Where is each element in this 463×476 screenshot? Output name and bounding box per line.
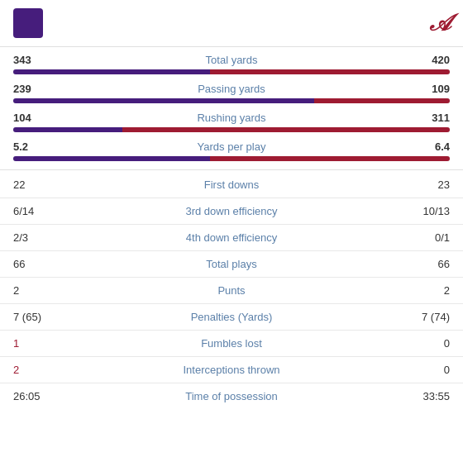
bar-track <box>13 127 450 132</box>
text-right-val: 0 <box>392 364 450 376</box>
text-label: Fumbles lost <box>71 337 392 350</box>
bar-container <box>0 126 463 137</box>
text-label: 4th down efficiency <box>71 231 392 244</box>
divider <box>0 198 463 198</box>
bar-track <box>13 156 450 161</box>
text-right-val: 23 <box>392 178 450 191</box>
bar-right-val: 311 <box>400 112 450 124</box>
header: 𝒜 <box>0 0 463 47</box>
text-left-val: 6/14 <box>13 205 71 217</box>
text-left-val: 1 <box>13 337 71 350</box>
bar-left <box>13 69 210 74</box>
bar-right <box>122 127 450 132</box>
bar-stat-row: 104 Rushing yards 311 <box>0 108 463 126</box>
bar-track <box>13 98 450 103</box>
text-label: Punts <box>71 284 392 297</box>
text-stat-row: 26:05 Time of possession 33:55 <box>0 385 463 407</box>
bar-stat-row: 239 Passing yards 109 <box>0 79 463 97</box>
text-label: Time of possession <box>71 390 392 402</box>
text-label: Total plays <box>71 258 392 270</box>
bar-right-val: 109 <box>400 83 450 95</box>
text-left-val: 66 <box>13 258 71 270</box>
text-label: Penalties (Yards) <box>71 311 392 323</box>
text-left-val: 7 (65) <box>13 311 71 323</box>
text-stat-row: 22 First downs 23 <box>0 174 463 196</box>
bar-right-val: 6.4 <box>400 140 450 153</box>
text-stat-row: 2 Punts 2 <box>0 279 463 302</box>
bar-stat-row: 343 Total yards 420 <box>0 50 463 68</box>
text-stat-row: 6/14 3rd down efficiency 10/13 <box>0 200 463 222</box>
bar-label: Rushing yards <box>63 112 400 124</box>
divider <box>0 303 463 304</box>
bar-left <box>13 98 314 103</box>
text-right-val: 0 <box>392 337 450 350</box>
bar-left-val: 239 <box>13 83 63 95</box>
divider <box>0 224 463 225</box>
text-stat-row: 1 Fumbles lost 0 <box>0 332 463 355</box>
bar-stats-section: 343 Total yards 420 239 Passing yards 10… <box>0 47 463 170</box>
bar-right <box>314 98 450 103</box>
bar-left <box>13 156 210 161</box>
text-left-val: 26:05 <box>13 390 71 402</box>
divider <box>0 277 463 278</box>
bar-container <box>0 68 463 79</box>
bar-left-val: 5.2 <box>13 140 63 153</box>
text-left-val: 2 <box>13 284 71 297</box>
bar-label: Total yards <box>63 54 400 66</box>
text-stat-row: 66 Total plays 66 <box>0 253 463 275</box>
text-stat-row: 2/3 4th down efficiency 0/1 <box>0 226 463 249</box>
text-right-val: 2 <box>392 284 450 297</box>
lsu-logo <box>13 8 43 38</box>
bar-left-val: 343 <box>13 54 63 66</box>
bar-stat-row: 5.2 Yards per play 6.4 <box>0 137 463 155</box>
text-right-val: 33:55 <box>392 390 450 402</box>
bar-label: Yards per play <box>63 140 400 153</box>
text-label: Interceptions thrown <box>71 364 392 376</box>
bar-right <box>210 69 450 74</box>
alabama-logo: 𝒜 <box>430 10 450 37</box>
text-right-val: 0/1 <box>392 231 450 244</box>
divider <box>0 250 463 251</box>
bar-right-val: 420 <box>400 54 450 66</box>
bar-left <box>13 127 122 132</box>
bar-label: Passing yards <box>63 83 400 95</box>
text-left-val: 2/3 <box>13 231 71 244</box>
text-right-val: 10/13 <box>392 205 450 217</box>
text-stats-section: 22 First downs 23 6/14 3rd down efficien… <box>0 170 463 411</box>
divider <box>0 330 463 331</box>
text-right-val: 7 (74) <box>392 311 450 323</box>
text-right-val: 66 <box>392 258 450 270</box>
bar-left-val: 104 <box>13 112 63 124</box>
text-label: 3rd down efficiency <box>71 205 392 217</box>
bar-right <box>210 156 450 161</box>
text-stat-row: 7 (65) Penalties (Yards) 7 (74) <box>0 306 463 328</box>
text-label: First downs <box>71 178 392 191</box>
text-left-val: 2 <box>13 364 71 376</box>
bar-container <box>0 155 463 166</box>
bar-container <box>0 97 463 108</box>
text-left-val: 22 <box>13 178 71 191</box>
divider <box>0 356 463 357</box>
bar-track <box>13 69 450 74</box>
divider <box>0 383 463 383</box>
text-stat-row: 2 Interceptions thrown 0 <box>0 359 463 381</box>
